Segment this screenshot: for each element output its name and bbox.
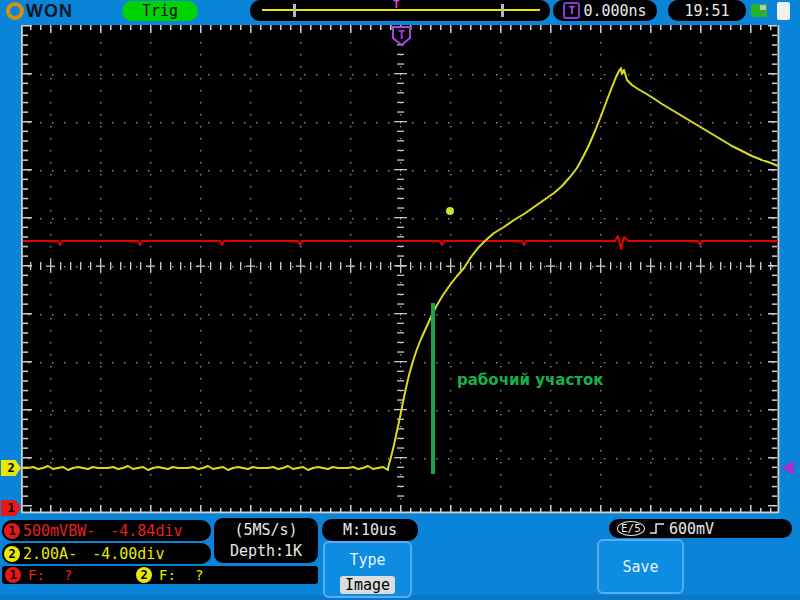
grid-mark — [340, 25, 342, 30]
grid-mark — [364, 314, 365, 315]
grid-mark — [40, 218, 41, 219]
grid-mark — [150, 246, 151, 247]
grid-mark — [700, 54, 701, 55]
memory-depth: Depth:1K — [230, 541, 302, 562]
grid-mark — [650, 150, 651, 151]
grid-mark — [150, 234, 151, 235]
grid-mark — [200, 198, 201, 199]
grid-mark — [748, 458, 749, 459]
type-selected-value[interactable]: Image — [340, 576, 395, 594]
grid-mark — [52, 362, 53, 363]
grid-mark — [364, 266, 365, 267]
grid-mark — [550, 66, 551, 67]
grid-mark — [650, 330, 651, 331]
record-trigger-marker: T — [393, 0, 400, 11]
grid-mark — [170, 25, 172, 30]
grid-mark — [136, 410, 137, 411]
grid-mark — [100, 458, 101, 459]
grid-mark — [412, 458, 413, 459]
record-position-bar: T — [250, 0, 550, 21]
grid-mark — [646, 266, 655, 267]
grid-mark — [664, 266, 665, 267]
grid-mark — [592, 266, 593, 267]
grid-mark — [397, 140, 404, 141]
grid-mark — [150, 318, 151, 319]
yellow-dot-marker — [446, 207, 454, 215]
grid-mark — [397, 447, 404, 448]
grid-mark — [450, 78, 451, 79]
grid-mark — [676, 266, 677, 267]
grid-mark — [500, 294, 501, 295]
grid-mark — [472, 362, 473, 363]
trigger-status-badge: Trig — [122, 1, 198, 21]
grid-mark — [496, 74, 497, 75]
grid-mark — [770, 25, 772, 30]
grid-mark — [676, 170, 677, 171]
grid-mark — [520, 122, 521, 123]
grid-mark — [50, 234, 51, 235]
grid-mark — [688, 170, 689, 171]
grid-mark — [448, 74, 449, 75]
grid-mark — [208, 74, 209, 75]
grid-mark — [200, 378, 201, 379]
grid-mark — [500, 42, 501, 43]
grid-mark — [532, 74, 533, 75]
grid-mark — [400, 66, 401, 67]
grid-mark — [352, 314, 353, 315]
grid-mark — [250, 294, 251, 295]
grid-mark — [200, 126, 201, 127]
grid-mark — [550, 114, 551, 115]
grid-mark — [208, 122, 209, 123]
grid-mark — [292, 458, 293, 459]
grid-mark — [112, 314, 113, 315]
grid-mark — [316, 314, 317, 315]
grid-mark — [746, 266, 755, 267]
grid-mark — [700, 462, 701, 463]
grid-mark — [772, 342, 777, 344]
grid-mark — [400, 186, 401, 187]
grid-mark — [616, 458, 617, 459]
grid-mark — [530, 262, 531, 270]
grid-mark — [50, 330, 51, 331]
grid-mark — [604, 410, 605, 411]
grid-mark — [450, 186, 451, 187]
type-menu-button[interactable]: Type Image — [323, 541, 412, 598]
grid-mark — [472, 170, 473, 171]
grid-mark — [590, 25, 592, 30]
grid-mark — [328, 266, 329, 267]
grid-mark — [592, 218, 593, 219]
grid-mark — [700, 162, 701, 163]
grid-mark — [112, 266, 113, 267]
grid-mark — [772, 111, 777, 113]
grid-mark — [376, 74, 377, 75]
grid-mark — [600, 222, 601, 223]
grid-mark — [700, 414, 701, 415]
grid-mark — [650, 414, 651, 415]
grid-mark — [748, 218, 749, 219]
grid-mark — [670, 262, 671, 270]
grid-mark — [556, 410, 557, 411]
save-button[interactable]: Save — [597, 539, 684, 594]
grid-mark — [688, 266, 689, 267]
grid-mark — [100, 318, 101, 319]
grid-mark — [220, 25, 222, 30]
grid-mark — [196, 410, 197, 411]
grid-mark — [304, 362, 305, 363]
grid-mark — [397, 284, 404, 285]
grid-mark — [250, 66, 251, 67]
grid-mark — [220, 314, 221, 315]
grid-mark — [280, 362, 281, 363]
grid-mark — [508, 410, 509, 411]
grid-mark — [760, 262, 761, 270]
grid-mark — [500, 66, 501, 67]
grid-mark — [100, 450, 101, 451]
grid-mark — [268, 122, 269, 123]
grid-mark — [620, 262, 621, 270]
ch1-badge: 1 — [4, 523, 20, 539]
grid-mark — [40, 314, 41, 315]
grid-mark — [316, 122, 317, 123]
grid-mark — [412, 74, 413, 75]
grid-mark — [604, 74, 605, 75]
save-label: Save — [622, 558, 658, 576]
grid-mark — [300, 366, 301, 367]
